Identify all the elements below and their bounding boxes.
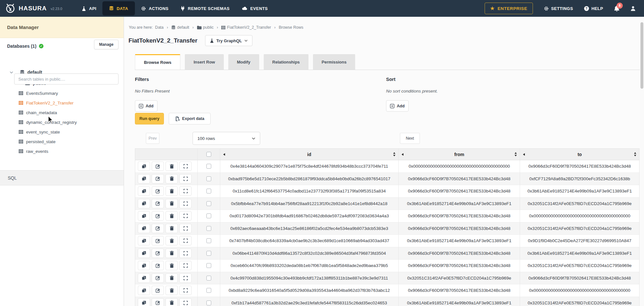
row-checkbox[interactable] bbox=[206, 226, 211, 231]
edit-row-button[interactable] bbox=[152, 249, 164, 258]
select-all-checkbox[interactable] bbox=[206, 152, 211, 157]
edit-row-button[interactable] bbox=[152, 199, 164, 208]
column-header-id[interactable]: id bbox=[220, 149, 399, 160]
row-checkbox[interactable] bbox=[206, 213, 211, 218]
edit-row-button[interactable] bbox=[152, 298, 164, 306]
row-checkbox[interactable] bbox=[206, 189, 211, 193]
expand-row-button[interactable] bbox=[179, 286, 192, 295]
sort-column-icon[interactable] bbox=[514, 152, 517, 156]
edit-row-button[interactable] bbox=[152, 273, 164, 283]
breadcrumb-table[interactable]: FiatTokenV2_2_Transfer bbox=[221, 25, 271, 30]
nav-item-api[interactable]: API bbox=[76, 0, 102, 17]
delete-row-button[interactable] bbox=[166, 224, 178, 233]
expand-row-button[interactable] bbox=[179, 174, 192, 183]
tab-insert-row[interactable]: Insert Row bbox=[185, 54, 223, 70]
expand-row-button[interactable] bbox=[179, 162, 192, 171]
delete-row-button[interactable] bbox=[166, 162, 178, 171]
tab-browse-rows[interactable]: Browse Rows bbox=[135, 54, 180, 70]
column-header-from[interactable]: from bbox=[399, 149, 520, 160]
settings-button[interactable]: SETTINGS bbox=[544, 6, 573, 11]
nav-item-remote-schemas[interactable]: REMOTE SCHEMAS bbox=[175, 0, 236, 17]
column-header-to[interactable]: to bbox=[520, 149, 639, 160]
row-checkbox[interactable] bbox=[206, 176, 211, 181]
clone-row-button[interactable] bbox=[138, 199, 150, 208]
delete-row-button[interactable] bbox=[166, 236, 178, 245]
delete-row-button[interactable] bbox=[166, 186, 178, 196]
expand-row-button[interactable] bbox=[179, 261, 192, 270]
enterprise-button[interactable]: ★ ENTERPRISE bbox=[485, 3, 533, 14]
row-checkbox[interactable] bbox=[206, 164, 211, 169]
row-checkbox[interactable] bbox=[206, 251, 211, 256]
expand-row-button[interactable] bbox=[179, 199, 192, 208]
edit-row-button[interactable] bbox=[152, 162, 164, 171]
clone-row-button[interactable] bbox=[138, 162, 150, 171]
export-data-button[interactable]: Export data bbox=[169, 113, 211, 124]
delete-row-button[interactable] bbox=[166, 286, 178, 295]
clone-row-button[interactable] bbox=[138, 236, 150, 245]
scrollbar-thumb[interactable] bbox=[640, 22, 643, 89]
tab-relationships[interactable]: Relationships bbox=[264, 54, 308, 70]
sidebar-table-eventssummary[interactable]: EventsSummary bbox=[0, 88, 124, 98]
delete-row-button[interactable] bbox=[166, 273, 178, 283]
clone-row-button[interactable] bbox=[138, 286, 150, 295]
clone-row-button[interactable] bbox=[138, 273, 150, 283]
breadcrumb-default[interactable]: default bbox=[171, 25, 189, 30]
breadcrumb-data[interactable]: Data bbox=[155, 25, 164, 30]
row-checkbox[interactable] bbox=[206, 238, 211, 243]
search-tables-input[interactable] bbox=[14, 74, 118, 84]
row-checkbox[interactable] bbox=[206, 288, 211, 293]
run-query-button[interactable]: Run query bbox=[135, 113, 164, 124]
collapse-column-icon[interactable] bbox=[402, 153, 403, 156]
try-graphql-button[interactable]: Try GraphQL bbox=[205, 35, 252, 46]
expand-row-button[interactable] bbox=[179, 249, 192, 258]
page-size-select[interactable]: 100 rows bbox=[193, 132, 260, 145]
delete-row-button[interactable] bbox=[166, 249, 178, 258]
edit-row-button[interactable] bbox=[152, 286, 164, 295]
breadcrumb-public[interactable]: public bbox=[197, 25, 214, 30]
edit-row-button[interactable] bbox=[152, 211, 164, 221]
edit-row-button[interactable] bbox=[152, 174, 164, 183]
row-checkbox[interactable] bbox=[206, 201, 211, 206]
nav-item-actions[interactable]: ACTIONS bbox=[135, 0, 175, 17]
notifications-button[interactable]: 8 bbox=[614, 5, 620, 12]
hasura-brand[interactable]: HASURA v2.23.0 bbox=[5, 3, 62, 14]
clone-row-button[interactable] bbox=[138, 224, 150, 233]
edit-row-button[interactable] bbox=[152, 236, 164, 245]
sidebar-table-dynamic-contract-registry[interactable]: dynamic_contract_registry bbox=[0, 117, 124, 127]
edit-row-button[interactable] bbox=[152, 186, 164, 196]
add-filter-button[interactable]: Add bbox=[135, 100, 157, 112]
nav-item-data[interactable]: DATA bbox=[102, 1, 135, 15]
clone-row-button[interactable] bbox=[138, 298, 150, 306]
sidebar-table-chain-metadata[interactable]: chain_metadata bbox=[0, 108, 124, 117]
next-page-button[interactable]: Next bbox=[400, 133, 420, 144]
collapse-column-icon[interactable] bbox=[223, 153, 225, 156]
row-checkbox[interactable] bbox=[206, 301, 211, 305]
sort-column-icon[interactable] bbox=[634, 152, 637, 156]
edit-row-button[interactable] bbox=[152, 224, 164, 233]
delete-row-button[interactable] bbox=[166, 199, 178, 208]
sidebar-table-event-sync-state[interactable]: event_sync_state bbox=[0, 127, 124, 137]
clone-row-button[interactable] bbox=[138, 186, 150, 196]
delete-row-button[interactable] bbox=[166, 298, 178, 306]
expand-row-button[interactable] bbox=[179, 186, 192, 196]
sort-column-icon[interactable] bbox=[393, 152, 396, 156]
tab-modify[interactable]: Modify bbox=[228, 54, 259, 70]
expand-row-button[interactable] bbox=[179, 273, 192, 283]
row-checkbox[interactable] bbox=[206, 276, 211, 281]
clone-row-button[interactable] bbox=[138, 249, 150, 258]
expand-row-button[interactable] bbox=[179, 236, 192, 245]
prev-page-button[interactable]: Prev bbox=[146, 133, 159, 144]
edit-row-button[interactable] bbox=[152, 261, 164, 270]
sidebar-table-raw-events[interactable]: raw_events bbox=[0, 146, 124, 156]
expand-row-button[interactable] bbox=[179, 211, 192, 221]
help-button[interactable]: ? HELP bbox=[584, 6, 603, 11]
expand-row-button[interactable] bbox=[179, 298, 192, 306]
manage-button[interactable]: Manage bbox=[94, 40, 118, 49]
clone-row-button[interactable] bbox=[138, 174, 150, 183]
clone-row-button[interactable] bbox=[138, 211, 150, 221]
delete-row-button[interactable] bbox=[166, 174, 178, 183]
expand-row-button[interactable] bbox=[179, 224, 192, 233]
add-sort-button[interactable]: Add bbox=[386, 100, 409, 112]
nav-item-events[interactable]: EVENTS bbox=[236, 0, 274, 17]
sidebar-table-fiattokenv2-2-transfer[interactable]: FiatTokenV2_2_Transfer bbox=[0, 98, 124, 108]
